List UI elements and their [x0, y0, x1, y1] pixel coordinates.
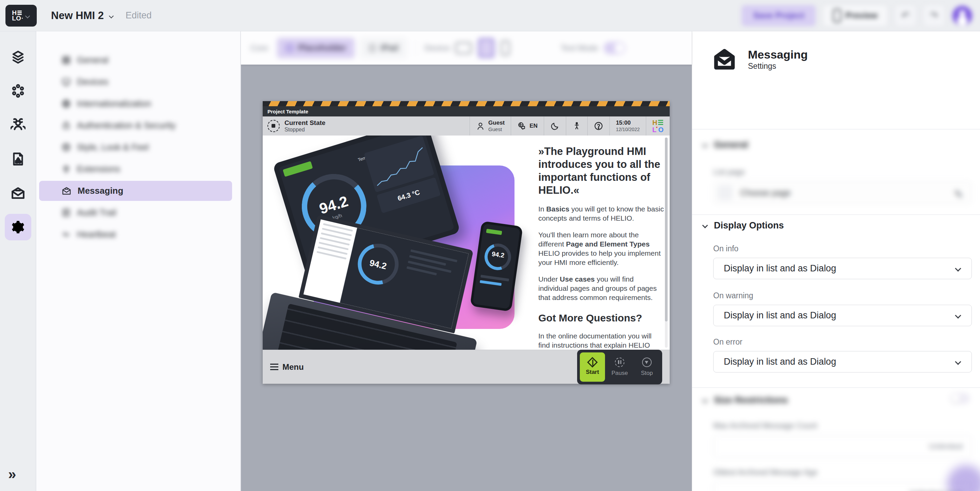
chevron-down-icon — [955, 266, 961, 272]
hmi-accessibility-cell[interactable] — [566, 116, 587, 136]
app-logo-menu[interactable]: H LO — [5, 5, 37, 27]
device-tablet-button[interactable] — [479, 38, 494, 57]
chevron-down-icon — [702, 223, 708, 228]
on-warning-label: On warning — [713, 291, 753, 300]
menu-item-auth-security[interactable]: Authentication & Security — [39, 115, 232, 136]
max-count-input[interactable]: Unlimited — [713, 435, 972, 458]
menu-item-messaging[interactable]: Messaging — [39, 181, 232, 201]
size-restrictions-toggle[interactable] — [950, 393, 970, 404]
device-monitor-button[interactable] — [455, 42, 472, 54]
hmi-help-cell[interactable] — [587, 116, 609, 136]
oldest-age-input[interactable]: Unlimited days — [713, 482, 972, 491]
rail-components-icon[interactable] — [10, 83, 26, 99]
hmi-scrollbar-thumb[interactable] — [665, 137, 668, 321]
text-mode-toggle[interactable] — [604, 42, 625, 54]
menu-item-heartbeat[interactable]: Heartbeat — [39, 225, 232, 244]
save-project-button[interactable]: Save Project — [741, 5, 816, 26]
run-control-group: Start Pause Stop — [577, 350, 662, 384]
hmi-status-bar: Current State Stopped Guest Guest EN — [263, 116, 670, 136]
menu-item-audit-trail[interactable]: Audit Trail — [39, 202, 232, 223]
display-options-heading[interactable]: Display Options — [702, 220, 784, 231]
icon-rail: » — [0, 31, 36, 491]
menu-item-devices[interactable]: Devices — [39, 72, 232, 92]
project-title-dropdown[interactable]: New HMI 2 — [51, 10, 114, 22]
hmi-template-titlebar: Project Template — [263, 106, 670, 116]
moon-icon — [550, 121, 560, 131]
hamburger-icon — [270, 363, 278, 370]
undo-button[interactable]: ↶ — [895, 5, 916, 26]
edit-pencil-icon[interactable] — [954, 188, 964, 198]
on-warning-select[interactable]: Display in list and as Dialog — [713, 305, 972, 326]
hmi-clock-cell[interactable]: 15:00 12/10/2022 — [609, 116, 646, 136]
oldest-age-label: Oldest Archived Message Age — [713, 468, 818, 477]
canvas-area: Core Placeholder iPad Device: Text Mode … — [241, 31, 692, 491]
pause-button[interactable]: Pause — [607, 352, 632, 382]
stopped-state-icon — [267, 120, 280, 132]
rail-assets-icon[interactable] — [10, 151, 26, 167]
expand-rail-button[interactable]: » — [8, 467, 16, 481]
rail-layers-icon[interactable] — [10, 49, 26, 65]
start-icon — [587, 357, 598, 367]
rail-users-icon[interactable] — [10, 117, 26, 133]
choose-page-field[interactable]: Choose page — [713, 181, 972, 204]
language-globe-icon — [517, 121, 526, 131]
panel-subtitle: Settings — [748, 62, 808, 71]
hazard-stripes — [263, 101, 670, 106]
stop-button[interactable]: Stop — [634, 352, 659, 382]
hmi-bottom-bar: Menu Start Pause Stop — [263, 350, 670, 384]
user-avatar[interactable] — [952, 5, 972, 26]
device-phone-button[interactable] — [501, 40, 510, 56]
rail-settings-selected[interactable] — [5, 214, 31, 241]
hero-illustration: Temperature Trend 94.2 kg/h 64.3 °C Thro… — [263, 136, 531, 350]
edited-status: Edited — [126, 10, 152, 21]
rail-messages-icon[interactable] — [10, 185, 26, 201]
hmi-paragraph-usecases: Under Use cases you will find individual… — [538, 274, 665, 302]
chevron-down-icon — [955, 312, 961, 319]
envelope-open-icon — [713, 48, 736, 70]
start-button[interactable]: Start — [580, 352, 605, 382]
core-label: Core — [250, 43, 268, 53]
hmi-preview-card: Project Template Current State Stopped G… — [263, 101, 670, 384]
hmi-user-cell[interactable]: Guest Guest — [469, 116, 511, 136]
hmi-paragraph-basics: In Basics you will get to know the basic… — [538, 204, 665, 223]
list-page-label: List page — [713, 167, 745, 177]
user-icon — [476, 121, 485, 131]
page-thumbnail-icon — [718, 185, 733, 200]
chevron-down-icon — [702, 142, 708, 148]
redo-button[interactable]: ↷ — [924, 5, 945, 26]
help-icon — [594, 121, 603, 131]
pause-icon — [615, 357, 624, 367]
hmi-heading: »The Playground HMI introduces you to al… — [538, 145, 665, 197]
canvas-toolbar: Core Placeholder iPad Device: Text Mode — [241, 31, 692, 65]
stop-icon — [642, 357, 652, 367]
helio-logo-icon: H LO — [12, 10, 22, 21]
general-heading[interactable]: General — [702, 140, 748, 150]
hmi-paragraph-docs: In the online documentation you will fin… — [538, 331, 665, 350]
hmi-language-cell[interactable]: EN — [511, 116, 544, 136]
current-state-value: Stopped — [285, 127, 305, 132]
menu-item-internationalization[interactable]: Internationalization — [39, 94, 232, 114]
chevron-down-icon — [702, 398, 708, 403]
menu-item-style[interactable]: Style, Look & Feel — [39, 137, 232, 157]
ipad-pill[interactable]: iPad — [360, 38, 407, 58]
project-title: New HMI 2 — [51, 10, 104, 22]
hmi-menu-button[interactable]: Menu — [270, 362, 304, 372]
menu-item-extensions[interactable]: Extensions — [39, 159, 232, 179]
size-restrictions-heading[interactable]: Size Restrictions — [702, 395, 788, 405]
on-error-select[interactable]: Display in list and as Dialog — [713, 351, 972, 373]
max-count-label: Max Archived Message Count — [713, 421, 817, 430]
chevron-down-icon — [25, 13, 30, 18]
placeholder-pill[interactable]: Placeholder — [277, 38, 355, 58]
hmi-helio-logo-cell: H LO — [646, 116, 670, 136]
on-info-label: On info — [713, 244, 738, 253]
preview-button[interactable]: Preview — [823, 5, 888, 26]
envelope-open-icon — [62, 186, 72, 196]
chevron-down-icon — [955, 359, 961, 365]
menu-item-general[interactable]: General — [39, 50, 232, 70]
on-info-select[interactable]: Display in list and as Dialog — [713, 258, 972, 279]
hmi-darkmode-cell[interactable] — [544, 116, 566, 136]
topbar-actions: Save Project Preview ↶ ↷ — [741, 5, 972, 26]
device-preview-icon — [833, 9, 841, 22]
scroll-fab-blurred — [947, 465, 980, 491]
panel-header: Messaging Settings — [713, 48, 808, 71]
